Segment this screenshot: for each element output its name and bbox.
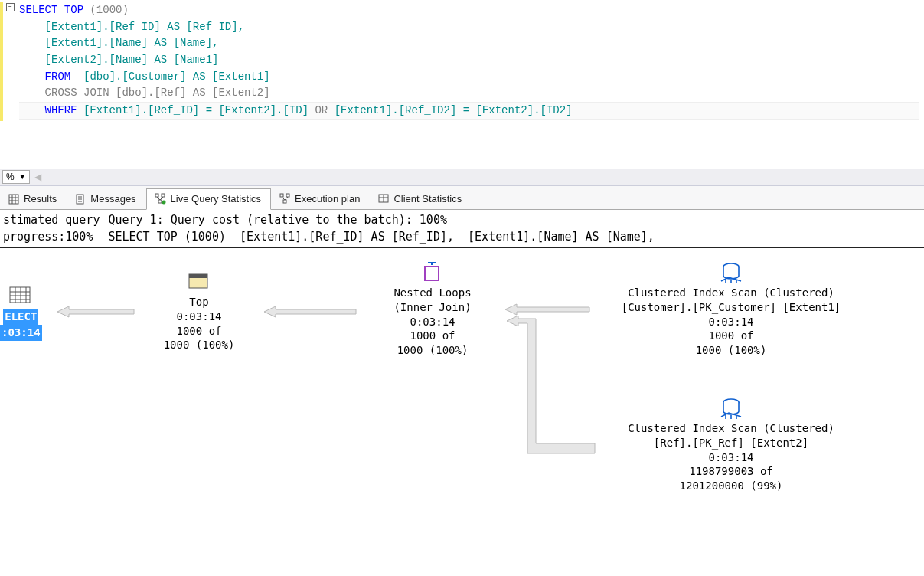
scan2-sub: [Ref].[PK_Ref] [Extent2]: [597, 436, 865, 450]
paren-close: ): [122, 4, 128, 16]
sql-editor[interactable]: − SELECT TOP (1000) [Extent1].[Ref_ID] A…: [0, 0, 924, 123]
scan2-rows-1: 1198799003 of: [597, 464, 865, 479]
scan1-rows-2: 1000 (100%): [597, 343, 865, 358]
kw-select: SELECT: [19, 4, 57, 16]
svg-marker-23: [57, 306, 134, 317]
scan2-rows-2: 1201200000 (99%): [597, 479, 865, 493]
nested-sub: (Inner Join): [364, 300, 501, 315]
svg-marker-25: [505, 304, 589, 315]
svg-line-12: [157, 197, 160, 200]
select-node-label: ELECT: [3, 309, 38, 325]
nested-title: Nested Loops: [364, 286, 501, 300]
code-line-2: [Extent1].[Ref_ID] AS [Ref_ID],: [19, 21, 250, 33]
svg-rect-11: [158, 200, 162, 203]
kw-top: TOP: [57, 4, 90, 16]
tab-messages[interactable]: Messages: [67, 189, 145, 209]
zoom-value: %: [6, 172, 15, 182]
svg-rect-10: [162, 194, 165, 197]
from-tables: [dbo].[Customer] AS [Extent1]: [77, 70, 270, 83]
nested-loops-icon: [420, 262, 446, 283]
cross-join: CROSS JOIN [dbo].[Ref] AS [Extent2]: [19, 87, 270, 99]
scan1-title: Clustered Index Scan (Clustered): [597, 286, 865, 300]
tab-results[interactable]: Results: [0, 189, 67, 209]
where-clause-2: [Extent1].[Ref_ID2] = [Extent2].[ID2]: [328, 104, 572, 116]
top-time: 0:03:14: [142, 309, 256, 324]
code-block[interactable]: SELECT TOP (1000) [Extent1].[Ref_ID] AS …: [15, 2, 924, 121]
top-title: Top: [142, 295, 256, 309]
plan-node-scan-customer[interactable]: Clustered Index Scan (Clustered) [Custom…: [597, 262, 865, 358]
index-scan-icon: [718, 262, 744, 283]
svg-rect-9: [155, 194, 158, 197]
svg-line-18: [282, 197, 285, 200]
execution-plan-canvas[interactable]: ELECT :03:14 Top 0:03:14 1000 of 1000 (1…: [0, 248, 924, 509]
tab-client-label: Client Statistics: [393, 193, 462, 205]
svg-rect-0: [9, 195, 18, 204]
top-node-icon: [186, 271, 212, 293]
plan-icon: [279, 193, 291, 205]
splitter-bar: % ▼ ◀: [0, 169, 924, 186]
literal-1000: 1000: [96, 4, 122, 16]
plan-node-select[interactable]: ELECT :03:14: [0, 285, 42, 341]
nested-time: 0:03:14: [364, 315, 501, 329]
tab-live-query-statistics[interactable]: Live Query Statistics: [146, 188, 272, 210]
index-scan-icon-2: [718, 398, 744, 419]
nested-rows-1: 1000 of: [364, 329, 501, 343]
tab-messages-label: Messages: [90, 193, 135, 205]
kw-where: WHERE: [19, 104, 83, 116]
document-icon: [74, 193, 87, 205]
select-node-time: :03:14: [0, 325, 42, 341]
svg-rect-15: [280, 194, 283, 197]
top-rows-1: 1000 of: [142, 324, 256, 339]
svg-line-19: [285, 197, 288, 200]
tab-client-statistics[interactable]: Client Statistics: [370, 189, 472, 209]
tab-results-label: Results: [24, 193, 57, 205]
plan-node-top[interactable]: Top 0:03:14 1000 of 1000 (100%): [142, 271, 256, 353]
plan-header: stimated query progress:100% Query 1: Qu…: [0, 210, 924, 248]
plan-node-scan-ref[interactable]: Clustered Index Scan (Clustered) [Ref].[…: [597, 398, 865, 493]
svg-line-13: [160, 197, 163, 200]
folding-gutter: −: [0, 2, 15, 121]
chevron-down-icon: ▼: [19, 173, 26, 181]
splitter-gap: [0, 123, 924, 169]
scan2-time: 0:03:14: [597, 450, 865, 465]
paren-open: (: [90, 4, 96, 16]
scan1-sub: [Customer].[PK_Customer] [Extent1]: [597, 300, 865, 315]
tab-execution-plan[interactable]: Execution plan: [271, 189, 370, 209]
scan2-title: Clustered Index Scan (Clustered): [597, 421, 865, 436]
kw-from: FROM: [19, 70, 77, 83]
collapse-icon[interactable]: −: [6, 3, 15, 11]
zoom-dropdown[interactable]: % ▼: [2, 170, 30, 184]
tab-live-label: Live Query Statistics: [171, 193, 262, 205]
svg-rect-35: [425, 267, 439, 280]
scan1-time: 0:03:14: [597, 315, 865, 329]
select-node-icon: [8, 285, 34, 306]
kw-or: OR: [315, 104, 328, 116]
svg-marker-24: [264, 306, 356, 317]
svg-rect-17: [283, 200, 286, 203]
nested-rows-2: 1000 (100%): [364, 343, 501, 358]
results-tab-strip: Results Messages Live Query Statistics E…: [0, 186, 924, 210]
svg-rect-16: [286, 194, 289, 197]
grid-icon: [8, 193, 20, 205]
scan1-rows-1: 1000 of: [597, 329, 865, 343]
where-clause-1: [Extent1].[Ref_ID] = [Extent2].[ID]: [83, 104, 315, 116]
plan-node-nested-loops[interactable]: Nested Loops (Inner Join) 0:03:14 1000 o…: [364, 262, 501, 358]
svg-rect-34: [189, 274, 207, 278]
live-stats-icon: [155, 193, 167, 205]
top-rows-2: 1000 (100%): [142, 338, 256, 352]
client-stats-icon: [377, 193, 390, 205]
code-line-3: [Extent1].[Name] AS [Name],: [19, 37, 225, 49]
svg-point-14: [162, 201, 166, 205]
plan-progress-label: stimated query progress:100%: [0, 210, 103, 247]
tab-exec-label: Execution plan: [295, 193, 360, 205]
plan-query-text: Query 1: Query cost (relative to the bat…: [103, 210, 924, 247]
prev-arrow-icon[interactable]: ◀: [34, 172, 41, 182]
code-line-4: [Extent2].[Name] AS [Name1]: [19, 54, 218, 66]
svg-rect-26: [10, 287, 30, 303]
